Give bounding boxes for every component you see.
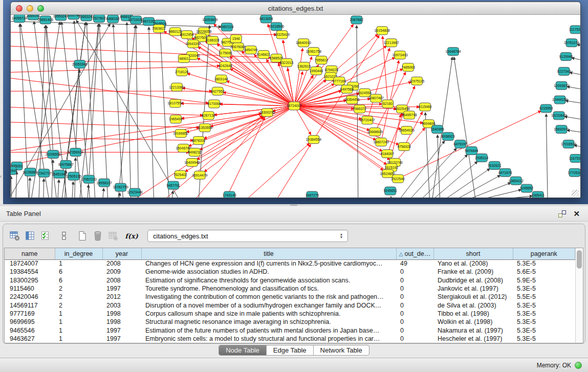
cell-in_degree[interactable]: 1 — [55, 318, 102, 326]
graph-edge[interactable] — [72, 182, 73, 198]
graph-node[interactable]: 8427552 — [211, 87, 225, 95]
cell-year[interactable]: 1997 — [102, 326, 141, 334]
graph-edge[interactable] — [197, 58, 290, 104]
graph-node[interactable]: 20691406 — [38, 16, 53, 24]
table-row[interactable]: 946554611997Estimation of the future num… — [5, 326, 575, 334]
graph-node[interactable]: 7663822 — [152, 25, 166, 33]
graph-node[interactable]: 9242848 — [219, 61, 232, 70]
graph-node[interactable]: 9146821 — [257, 51, 271, 59]
cell-out_degree[interactable]: 0 — [396, 268, 433, 276]
graph-node[interactable]: 18807249 — [374, 138, 389, 146]
table-row[interactable]: 1456911722003Disruption of a novel membe… — [5, 301, 575, 309]
table-row[interactable]: 1872400712008Changes of HCN gene express… — [5, 259, 575, 268]
graph-edge[interactable] — [181, 103, 290, 106]
graph-node[interactable]: 7632621 — [488, 161, 502, 169]
graph-node[interactable]: 16782759 — [113, 183, 128, 191]
cell-name[interactable]: 19384554 — [5, 268, 55, 276]
cell-title[interactable]: Estimation of significance thresholds fo… — [141, 276, 396, 285]
graph-edge[interactable] — [113, 25, 123, 198]
graph-edge[interactable] — [119, 193, 120, 198]
tab-node-table[interactable]: Node Table — [219, 345, 266, 355]
graph-edge[interactable] — [490, 196, 532, 198]
graph-node[interactable]: 7957224 — [220, 23, 234, 31]
graph-node[interactable]: 15692971 — [554, 125, 569, 134]
cell-year[interactable]: 2008 — [102, 276, 141, 285]
cell-name[interactable]: 22420046 — [5, 293, 55, 301]
graph-node[interactable]: 98901 — [178, 55, 189, 63]
graph-node[interactable]: 16409948 — [184, 158, 200, 166]
graph-node[interactable]: 19218506 — [269, 23, 284, 31]
graph-node[interactable]: 1965493 — [169, 115, 183, 123]
column-header-year[interactable]: year — [102, 248, 141, 259]
graph-node[interactable]: 9474444 — [465, 147, 478, 155]
float-panel-icon[interactable] — [558, 210, 566, 217]
cell-year[interactable]: 2009 — [102, 268, 141, 276]
zoom-window-button[interactable] — [37, 5, 44, 12]
cell-in_degree[interactable]: 1 — [55, 326, 102, 334]
graph-node[interactable]: 9184067 — [380, 150, 394, 158]
window-resize-grip[interactable] — [572, 190, 579, 196]
cell-pagerank[interactable]: 5.3E-5 — [513, 259, 575, 268]
graph-node[interactable]: 18107554 — [167, 99, 183, 107]
cell-pagerank[interactable]: 5.6E-5 — [513, 268, 575, 276]
graph-node[interactable]: 7485063 — [401, 63, 415, 71]
graph-edge[interactable] — [577, 45, 580, 49]
cell-name[interactable]: 18300295 — [5, 276, 55, 285]
graph-node[interactable]: 8186328 — [206, 36, 220, 45]
cell-out_degree[interactable]: 0 — [396, 293, 433, 301]
cell-short[interactable]: Yano et al. (2008) — [433, 259, 513, 268]
row-height-button[interactable] — [56, 229, 72, 243]
graph-node[interactable]: 8471676 — [498, 168, 512, 177]
graph-node[interactable]: 18300295 — [259, 108, 275, 117]
graph-edge[interactable] — [572, 58, 580, 63]
graph-node[interactable]: 1687275 — [306, 191, 319, 198]
graph-node[interactable]: 9756928 — [397, 143, 411, 151]
graph-edge[interactable] — [76, 20, 179, 198]
graph-edge[interactable] — [454, 57, 475, 198]
graph-node[interactable]: 6466160 — [106, 15, 120, 23]
graph-edge[interactable] — [295, 72, 302, 101]
table-row[interactable]: 911546021997Tourette syndrome. Phenomeno… — [5, 285, 575, 293]
cell-out_degree[interactable]: 49 — [396, 259, 433, 268]
graph-node[interactable]: 20676068 — [230, 43, 246, 51]
graph-node[interactable]: 8813054 — [259, 15, 273, 23]
graph-edge[interactable] — [127, 23, 131, 198]
memory-status-label[interactable]: Memory: OK — [537, 362, 571, 369]
graph-node[interactable]: 2522540 — [391, 174, 405, 183]
cell-name[interactable]: 14569117 — [5, 301, 55, 309]
cell-year[interactable]: 1998 — [102, 310, 141, 318]
graph-node[interactable]: 19384554 — [306, 136, 321, 144]
table-row[interactable]: 1830029562008Estimation of significance … — [5, 276, 575, 285]
cell-pagerank[interactable]: 5.3E-5 — [513, 326, 575, 334]
graph-node[interactable]: 15451947 — [52, 170, 67, 178]
graph-node[interactable]: 17359924 — [68, 148, 83, 157]
graph-edge[interactable] — [297, 74, 328, 103]
graph-edge[interactable] — [455, 176, 500, 198]
graph-edge[interactable] — [382, 60, 399, 138]
column-header-title[interactable]: title — [141, 248, 396, 259]
table-row[interactable]: 2242004622012Investigating the contribut… — [5, 293, 575, 301]
graph-edge[interactable] — [225, 118, 265, 198]
table-row[interactable]: 969969511998Structural magnetic resonanc… — [5, 318, 575, 326]
cell-short[interactable]: Nakamura et al. (1997) — [433, 326, 513, 334]
graph-node[interactable]: 3175685 — [219, 49, 232, 57]
graph-node[interactable]: 16154808 — [375, 27, 390, 35]
cell-pagerank[interactable]: 5.3E-5 — [513, 318, 575, 326]
column-header-out_degree[interactable]: △out_de… — [396, 248, 433, 259]
graph-node[interactable]: 7986372 — [353, 105, 367, 113]
cell-title[interactable]: Tourette syndrome. Phenomenology and cla… — [141, 285, 396, 293]
graph-node[interactable]: 9245651 — [383, 187, 397, 195]
cell-name[interactable]: 9463627 — [5, 335, 55, 343]
graph-node[interactable]: 12505135 — [66, 172, 81, 180]
graph-node[interactable]: 13325419 — [274, 31, 290, 39]
graph-edge[interactable] — [570, 72, 580, 77]
new-table-button[interactable] — [75, 229, 90, 243]
graph-edge[interactable] — [230, 69, 291, 104]
cell-pagerank[interactable]: 5.9E-5 — [513, 276, 575, 285]
close-panel-icon[interactable]: ✕ — [573, 210, 580, 217]
graph-node[interactable]: 9245652 — [520, 184, 534, 192]
cell-name[interactable]: 9699695 — [5, 318, 55, 326]
graph-node[interactable]: 9498232 — [188, 148, 202, 157]
cell-title[interactable]: Disruption of a novel member of a sodium… — [141, 301, 396, 309]
delete-table-button[interactable] — [105, 229, 121, 243]
